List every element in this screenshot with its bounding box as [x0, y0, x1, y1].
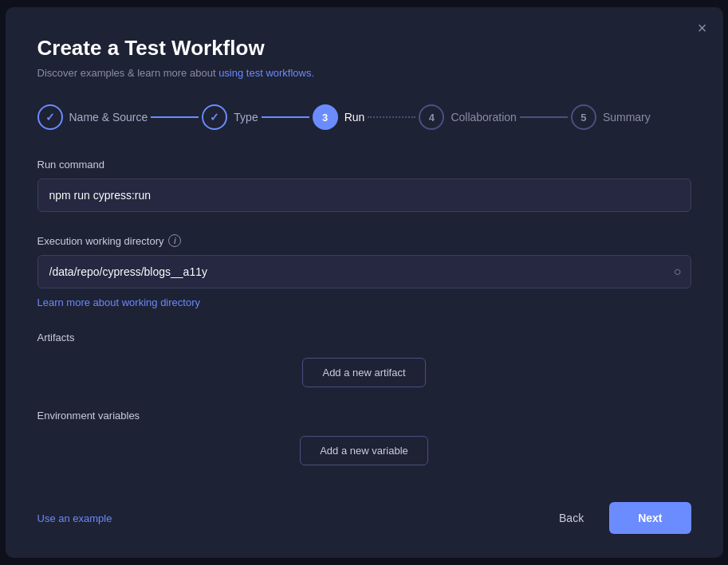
close-button[interactable]: ×	[698, 20, 707, 36]
connector-2-3	[262, 116, 309, 118]
step-3-label: Run	[344, 111, 365, 124]
execution-dir-info-icon[interactable]: i	[168, 234, 181, 247]
execution-dir-label: Execution working directory i	[37, 234, 691, 247]
run-command-label: Run command	[37, 159, 691, 171]
step-2-label: Type	[234, 111, 258, 124]
step-4-circle: 4	[419, 104, 444, 130]
step-3: 3 Run	[313, 104, 365, 130]
execution-dir-clear-button[interactable]: ○	[674, 265, 682, 278]
test-workflows-link[interactable]: using test workflows.	[218, 67, 314, 79]
step-3-number: 3	[322, 112, 328, 124]
connector-4-5	[520, 116, 568, 118]
step-4-number: 4	[429, 112, 435, 124]
step-3-circle: 3	[313, 104, 338, 130]
modal-overlay: × Create a Test Workflow Discover exampl…	[0, 0, 728, 565]
step-2: ✓ Type	[202, 104, 258, 130]
run-command-input[interactable]	[37, 179, 691, 212]
artifacts-label: Artifacts	[37, 332, 691, 343]
env-vars-section: Environment variables Add a new variable	[37, 410, 691, 465]
step-4: 4 Collaboration	[419, 104, 517, 130]
step-1: ✓ Name & Source	[37, 104, 148, 130]
step-5-number: 5	[580, 112, 586, 124]
step-1-label: Name & Source	[69, 111, 148, 124]
step-5-label: Summary	[603, 111, 651, 124]
footer-actions: Back Next	[543, 502, 691, 534]
step-1-check: ✓	[45, 111, 55, 124]
execution-dir-input[interactable]	[37, 255, 691, 288]
modal-container: × Create a Test Workflow Discover exampl…	[6, 7, 723, 558]
learn-more-link[interactable]: Learn more about working directory	[37, 296, 201, 308]
env-vars-label: Environment variables	[37, 410, 691, 422]
run-command-group: Run command	[37, 159, 691, 212]
back-button[interactable]: Back	[543, 504, 600, 532]
modal-footer: Use an example Back Next	[37, 489, 691, 534]
step-5: 5 Summary	[571, 104, 651, 130]
connector-1-2	[151, 116, 199, 118]
execution-dir-input-wrapper: ○	[37, 255, 691, 288]
step-1-circle: ✓	[37, 104, 63, 130]
step-2-circle: ✓	[202, 104, 227, 130]
step-2-check: ✓	[210, 111, 219, 124]
artifacts-section: Artifacts Add a new artifact	[37, 332, 691, 387]
use-example-button[interactable]: Use an example	[37, 512, 112, 524]
stepper: ✓ Name & Source ✓ Type 3 Run	[37, 104, 691, 130]
add-artifact-button[interactable]: Add a new artifact	[302, 358, 425, 387]
next-button[interactable]: Next	[609, 502, 691, 534]
step-4-label: Collaboration	[451, 111, 517, 124]
modal-subtitle: Discover examples & learn more about usi…	[37, 67, 691, 79]
execution-dir-group: Execution working directory i ○ Learn mo…	[37, 234, 691, 309]
step-5-circle: 5	[571, 104, 596, 130]
add-variable-button[interactable]: Add a new variable	[300, 436, 428, 465]
modal-title: Create a Test Workflow	[37, 36, 691, 61]
connector-3-4	[368, 116, 415, 118]
